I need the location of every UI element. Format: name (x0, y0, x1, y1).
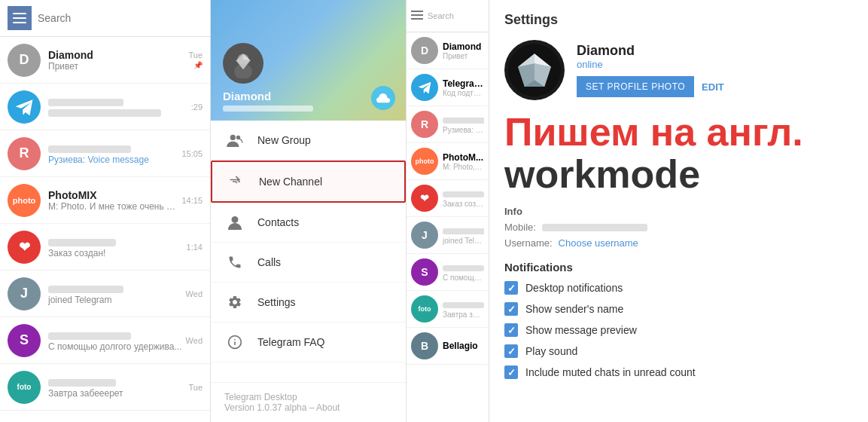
include-muted-label: Include muted chats in unread count (525, 366, 696, 378)
menu-item-faq[interactable]: Telegram FAQ (211, 323, 406, 362)
chat-name (48, 236, 184, 248)
chat-preview: С помощью... (443, 274, 484, 282)
avatar (8, 90, 41, 124)
list-item[interactable]: foto Завтра забе... (407, 291, 489, 328)
menu-item-calls[interactable]: Calls (211, 243, 406, 283)
chat-info: Рузиева: Vo... (443, 115, 484, 134)
profile-name: Diamond (577, 43, 853, 59)
chat-time: Wed (186, 289, 203, 298)
chat-name: Diamond (48, 49, 185, 61)
chat-time: Tue (188, 383, 203, 392)
chat-meta: 15:05 (181, 149, 203, 158)
chat-preview: Код подтве... (443, 89, 484, 97)
chat-info: Заказ создан! (48, 236, 184, 258)
chat-name: PhotoMIX (48, 189, 178, 201)
avatar: R (8, 137, 41, 170)
search-input[interactable] (38, 12, 203, 24)
chat-preview: Заказ создан! (48, 248, 184, 258)
chat-info (48, 96, 188, 118)
list-item[interactable]: D Diamond Привет Tue 📌 (0, 37, 210, 84)
menu-item-new-channel[interactable]: New Channel (211, 161, 406, 203)
show-sender-label: Show sender's name (525, 303, 623, 315)
play-sound-label: Play sound (525, 345, 577, 357)
play-sound-checkbox[interactable] (504, 344, 518, 358)
list-item[interactable]: ❤ Заказ создан! 1:14 (0, 224, 210, 271)
channel-icon (226, 171, 247, 192)
menu-button[interactable] (8, 6, 32, 30)
chat-name (443, 300, 484, 310)
chat-name (48, 96, 188, 108)
avatar: B (411, 332, 438, 359)
menu-item-new-group[interactable]: New Group (211, 121, 406, 161)
chat-meta: Wed (186, 336, 203, 345)
avatar: R (411, 111, 438, 138)
list-item[interactable]: foto Завтра забееерет Tue (0, 364, 210, 411)
footer-app: Telegram Desktop (224, 392, 392, 402)
list-item[interactable]: photo PhotoMIX M: Photo. И мне тоже очен… (0, 177, 210, 224)
chat-info: PhotoMIX M: Photo. И мне тоже очень по..… (48, 189, 178, 212)
list-item[interactable]: Telegram ✓ Код подтве... (407, 69, 489, 106)
list-item[interactable]: R Рузиева: Vo... (407, 106, 489, 143)
chat-time: Tue (188, 50, 203, 60)
menu-item-label: Calls (257, 256, 281, 268)
username-link[interactable]: Choose username (559, 237, 638, 249)
chat-name: Telegram ✓ (443, 78, 484, 89)
list-item[interactable]: B Bellagio (407, 328, 489, 365)
hamburger-icon2[interactable] (411, 9, 423, 23)
list-item[interactable]: :29 (0, 84, 210, 130)
avatar (411, 74, 438, 101)
include-muted-checkbox[interactable] (504, 365, 518, 379)
chat-name: Bellagio (443, 341, 484, 351)
chat-preview (48, 108, 188, 118)
list-item[interactable]: S С помощью долгого удержива... Wed (0, 317, 210, 364)
chat-name (443, 226, 484, 237)
avatar: photo (8, 184, 41, 217)
chat-time: 14:15 (181, 196, 203, 205)
menu-item-contacts[interactable]: Contacts (211, 203, 406, 243)
chat-info: Завтра забе... (443, 300, 484, 319)
notif-row-preview: Show message preview (504, 323, 853, 337)
notif-row-sound: Play sound (504, 344, 853, 358)
chat-meta: 1:14 (187, 243, 203, 252)
avatar: D (411, 37, 438, 64)
svg-rect-12 (411, 11, 423, 12)
search-label2: Search (428, 11, 454, 20)
chat-name (48, 283, 183, 295)
chat-info: Telegram ✓ Код подтве... (443, 78, 484, 97)
show-preview-checkbox[interactable] (504, 323, 518, 337)
notif-row-desktop: Desktop notifications (504, 281, 853, 295)
info-section: Info Mobile: Username: Choose username (504, 206, 853, 249)
avatar: J (411, 222, 438, 249)
chat-preview: Привет (48, 61, 185, 72)
set-profile-photo-button[interactable]: SET PROFILE PHOTO (577, 76, 694, 97)
menu-header: Diamond (211, 0, 406, 121)
person-icon (224, 212, 245, 233)
desktop-notifications-checkbox[interactable] (504, 281, 518, 295)
profile-section: Diamond online SET PROFILE PHOTO EDIT (504, 40, 853, 100)
list-item[interactable]: J joined Telegram Wed (0, 271, 210, 317)
username-row: Username: Choose username (504, 237, 853, 249)
list-item[interactable]: J joined Teleg... (407, 217, 489, 254)
list-item[interactable]: R Рузиева: Voice message 15:05 (0, 130, 210, 177)
list-item[interactable]: ❤ Заказ созда... (407, 180, 489, 217)
chat-meta: :29 (191, 102, 203, 112)
chat-meta: 14:15 (181, 196, 203, 205)
avatar: D (8, 44, 41, 77)
footer-version: Version 1.0.37 alpha – About (224, 402, 392, 413)
edit-profile-button[interactable]: EDIT (702, 81, 724, 93)
username-label: Username: (504, 237, 553, 249)
list-item[interactable]: D Diamond Привет (407, 32, 489, 69)
show-sender-checkbox[interactable] (504, 302, 518, 316)
info-label: Info (504, 206, 853, 217)
chat-name: PhotoM... (443, 152, 484, 163)
settings-icon (224, 292, 245, 313)
svg-rect-0 (13, 13, 26, 14)
panel-chatlist2: Search D Diamond Привет Telegram ✓ Код п… (407, 0, 489, 422)
svg-rect-14 (411, 18, 423, 20)
chat-info: Diamond Привет (443, 41, 484, 60)
menu-item-label: New Channel (259, 176, 322, 188)
list-item[interactable]: photo PhotoM... M: Photo, И м... (407, 143, 489, 180)
chat-name (48, 329, 183, 341)
menu-item-settings[interactable]: Settings (211, 283, 406, 323)
list-item[interactable]: S С помощью... (407, 254, 489, 291)
